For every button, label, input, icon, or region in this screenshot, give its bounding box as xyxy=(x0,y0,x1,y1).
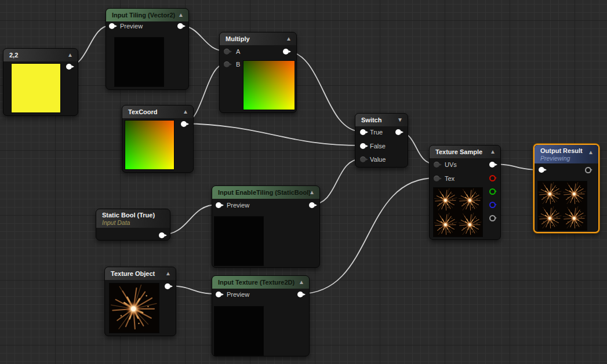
node-header[interactable]: Static Bool (True) Input Data xyxy=(96,209,170,228)
wire-texcoord-to-switch-false[interactable] xyxy=(183,123,362,145)
input-pin-b[interactable] xyxy=(224,61,230,67)
node-input-tiling[interactable]: Input Tiling (Vector2) ▲ Preview xyxy=(106,8,189,90)
node-header[interactable]: 2,2 ▲ xyxy=(3,49,78,61)
output-pin[interactable] xyxy=(181,121,187,127)
output-pin[interactable] xyxy=(283,49,289,54)
node-header[interactable]: TexCoord ▲ xyxy=(122,105,193,118)
node-preview-image xyxy=(214,306,264,356)
collapse-arrow-icon[interactable]: ▲ xyxy=(299,278,304,286)
node-preview-image xyxy=(243,60,295,110)
node-header[interactable]: Input EnableTiling (StaticBool) ▲ xyxy=(212,186,319,199)
node-title: TexCoord xyxy=(128,108,158,115)
collapse-arrow-icon[interactable]: ▼ xyxy=(397,116,403,124)
pin-label: Tex xyxy=(445,175,455,182)
node-constant-2-2[interactable]: 2,2 ▲ xyxy=(3,48,78,116)
node-header[interactable]: Texture Object ▲ xyxy=(105,267,176,280)
output-pin[interactable] xyxy=(66,64,72,70)
wire-inputtexture-to-texturesample-tex[interactable] xyxy=(300,178,435,294)
node-header[interactable]: Texture Sample ▲ xyxy=(430,145,500,158)
node-header[interactable]: Multiply ▲ xyxy=(220,32,296,45)
node-title: 2,2 xyxy=(9,52,18,59)
node-title: Input EnableTiling (StaticBool) xyxy=(218,189,311,196)
collapse-arrow-icon[interactable]: ▲ xyxy=(183,108,188,116)
input-pin-tex[interactable] xyxy=(434,176,439,181)
preview-input-pin[interactable] xyxy=(216,292,221,297)
node-output-result[interactable]: Output Result Previewing ▲ xyxy=(533,144,599,233)
pin-label: True xyxy=(370,129,383,136)
preview-input-pin[interactable] xyxy=(216,202,221,208)
node-title: Input Texture (Texture2D) xyxy=(218,279,295,286)
node-title: Texture Object xyxy=(111,270,155,277)
output-pin[interactable] xyxy=(159,232,165,238)
node-static-bool[interactable]: Static Bool (True) Input Data xyxy=(96,209,170,241)
output-pin-red-channel[interactable] xyxy=(489,175,496,181)
output-pin[interactable] xyxy=(395,129,401,135)
output-pin[interactable] xyxy=(297,292,303,297)
collapse-arrow-icon[interactable]: ▲ xyxy=(309,188,315,196)
node-preview-image xyxy=(114,37,164,87)
output-pin[interactable] xyxy=(585,167,591,173)
node-title: Switch xyxy=(361,117,381,123)
tiled-spark-preview xyxy=(537,181,587,231)
node-subtitle: Input Data xyxy=(102,219,130,226)
input-pin-false[interactable] xyxy=(360,143,366,149)
node-multiply[interactable]: Multiply ▲ A B xyxy=(219,32,297,113)
collapse-arrow-icon[interactable]: ▲ xyxy=(286,35,292,43)
pin-label: Preview xyxy=(120,23,143,30)
node-texcoord[interactable]: TexCoord ▲ xyxy=(122,105,194,173)
preview-input-pin[interactable] xyxy=(109,23,115,29)
collapse-arrow-icon[interactable]: ▲ xyxy=(588,148,594,156)
collapse-arrow-icon[interactable]: ▲ xyxy=(165,270,171,278)
node-input-texture[interactable]: Input Texture (Texture2D) ▲ Preview xyxy=(212,275,310,356)
node-header[interactable]: Output Result Previewing ▲ xyxy=(535,145,598,163)
pin-label: A xyxy=(236,48,240,55)
pin-label: False xyxy=(370,143,386,150)
output-pin[interactable] xyxy=(165,283,170,289)
node-subtitle: Previewing xyxy=(540,155,570,162)
pin-label: Preview xyxy=(227,202,249,209)
spark-texture-preview xyxy=(109,283,159,333)
node-texture-sample[interactable]: Texture Sample ▲ UVs Tex xyxy=(429,145,501,240)
node-preview-image xyxy=(125,120,175,170)
node-texture-object[interactable]: Texture Object ▲ xyxy=(104,267,176,336)
input-pin-a[interactable] xyxy=(224,49,230,54)
input-pin-uvs[interactable] xyxy=(434,162,439,168)
pin-label: Preview xyxy=(227,291,249,298)
node-input-enable-tiling[interactable]: Input EnableTiling (StaticBool) ▲ Previe… xyxy=(212,185,320,268)
node-preview-image xyxy=(214,216,264,266)
node-title: Input Tiling (Vector2) xyxy=(112,12,175,19)
node-header[interactable]: Input Tiling (Vector2) ▲ xyxy=(106,9,188,21)
node-title: Texture Sample xyxy=(435,148,482,155)
tiled-spark-preview xyxy=(433,187,483,237)
collapse-arrow-icon[interactable]: ▲ xyxy=(178,11,184,19)
output-pin-blue-channel[interactable] xyxy=(489,202,496,208)
output-pin[interactable] xyxy=(177,23,183,29)
constant-preview-swatch xyxy=(11,63,61,113)
node-header[interactable]: Input Texture (Texture2D) ▲ xyxy=(212,276,309,289)
node-title: Multiply xyxy=(226,35,250,42)
output-pin[interactable] xyxy=(309,202,315,208)
node-title: Output Result xyxy=(540,147,583,154)
input-pin-true[interactable] xyxy=(360,129,366,135)
pin-label: Value xyxy=(370,156,386,163)
pin-label: B xyxy=(236,61,240,68)
output-pin-rgb[interactable] xyxy=(489,162,495,168)
collapse-arrow-icon[interactable]: ▲ xyxy=(67,51,73,59)
collapse-arrow-icon[interactable]: ▲ xyxy=(490,148,496,156)
node-header[interactable]: Switch ▼ xyxy=(355,114,408,126)
node-title: Static Bool (True) xyxy=(102,212,155,219)
material-graph-canvas[interactable]: 2,2 ▲ Input Tiling (Vector2) ▲ Preview M… xyxy=(0,0,607,364)
pin-label: UVs xyxy=(445,161,457,168)
input-pin-value[interactable] xyxy=(360,156,366,162)
output-pin-green-channel[interactable] xyxy=(489,188,496,195)
input-pin[interactable] xyxy=(539,167,544,173)
node-switch[interactable]: Switch ▼ True False Value xyxy=(355,113,408,168)
output-pin-alpha-channel[interactable] xyxy=(489,215,496,221)
